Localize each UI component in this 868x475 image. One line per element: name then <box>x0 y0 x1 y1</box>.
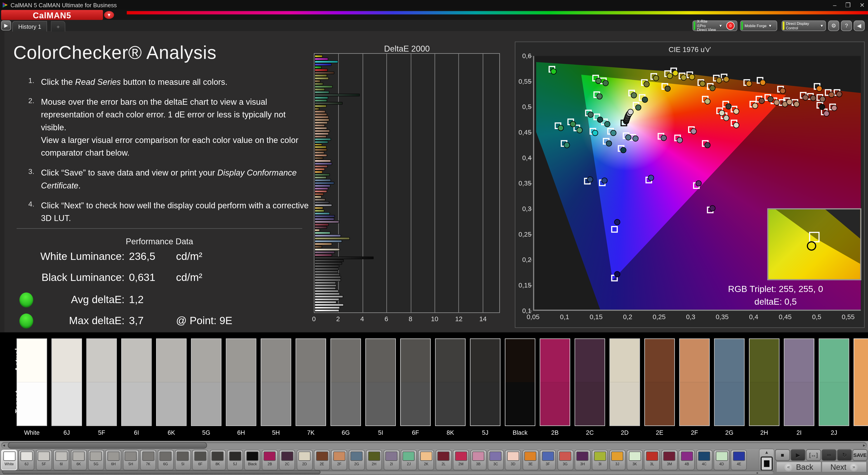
patch-button-6k[interactable]: 6K <box>70 450 87 471</box>
patch-button-2h[interactable]: 2H <box>366 450 382 471</box>
deltae-error-bar[interactable] <box>314 116 329 118</box>
patch-button-3b[interactable]: 3B <box>470 450 487 471</box>
deltae-error-bar[interactable] <box>314 138 331 141</box>
deltae-error-bar[interactable] <box>314 262 342 265</box>
patch-button-6i[interactable]: 6I <box>53 450 69 471</box>
deltae-error-bar[interactable] <box>314 209 324 212</box>
deltae-error-bar[interactable] <box>314 99 327 102</box>
comparator-swatch[interactable] <box>260 338 291 426</box>
patch-button-2k[interactable]: 2K <box>418 450 434 471</box>
comparator-swatch[interactable] <box>296 338 326 426</box>
deltae-error-bar[interactable] <box>314 176 327 179</box>
deltae-error-bar[interactable] <box>314 284 337 287</box>
scroll-up-icon[interactable]: ▲ <box>760 449 774 456</box>
deltae-error-bar[interactable] <box>314 215 335 217</box>
deltae-error-bar[interactable] <box>314 196 321 198</box>
deltae-error-bar[interactable] <box>314 68 328 71</box>
deltae-error-bar[interactable] <box>314 295 343 298</box>
deltae-error-bar[interactable] <box>314 254 332 256</box>
comparator-swatch[interactable] <box>470 338 500 426</box>
patch-button-5h[interactable]: 5H <box>123 450 139 471</box>
deltae-error-bar[interactable] <box>314 91 329 93</box>
refresh-button[interactable]: ↻ <box>837 449 852 461</box>
comparator-swatch[interactable] <box>17 338 47 426</box>
patch-button-2j[interactable]: 2J <box>401 450 417 471</box>
display-control-dropdown[interactable]: Direct Display Control ▼ <box>782 21 826 31</box>
deltae-error-bar[interactable] <box>314 127 327 129</box>
patch-button-4d[interactable]: 4D <box>714 450 730 471</box>
patch-button-6g[interactable]: 6G <box>158 450 174 471</box>
deltae-error-bar[interactable] <box>314 93 360 96</box>
settings-button[interactable]: ⚙ <box>828 21 839 31</box>
help-button[interactable]: ? <box>841 21 852 31</box>
comparator-swatch[interactable] <box>191 338 221 426</box>
calman-logo[interactable]: CalMAN5 <box>1 10 103 20</box>
deltae-error-bar[interactable] <box>314 107 319 110</box>
deltae-error-bar[interactable] <box>314 265 340 267</box>
patch-button-2c[interactable]: 2C <box>279 450 295 471</box>
patch-button-6f[interactable]: 6F <box>192 450 209 471</box>
deltae-error-bar[interactable] <box>314 273 340 276</box>
deltae-error-bar[interactable] <box>314 88 325 91</box>
comparator-swatch[interactable] <box>365 338 396 426</box>
deltae-error-bar[interactable] <box>314 281 336 284</box>
deltae-error-bar[interactable] <box>314 207 323 209</box>
deltae-error-bar[interactable] <box>314 193 324 196</box>
source-dropdown[interactable]: Mobile Forge ▼ <box>740 21 777 31</box>
scrollbar-handle[interactable] <box>2 470 320 474</box>
patch-button-3d[interactable]: 3D <box>505 450 521 471</box>
back-button[interactable]: « Back <box>776 462 822 473</box>
deltae-error-bar[interactable] <box>314 278 341 281</box>
deltae-error-bar[interactable] <box>314 77 329 80</box>
deltae-error-bar[interactable] <box>314 184 331 187</box>
patch-button-5j[interactable]: 5J <box>227 450 243 471</box>
patch-button-2i[interactable]: 2I <box>383 450 399 471</box>
deltae-error-bar[interactable] <box>314 303 344 306</box>
comparator-swatch[interactable] <box>400 338 431 426</box>
deltae-error-bar[interactable] <box>314 257 374 259</box>
patch-scrollbar-top[interactable]: ◂ ▸ <box>1 442 867 448</box>
deltae-error-bar[interactable] <box>314 226 327 229</box>
save-button[interactable]: SAVE <box>852 449 867 461</box>
patch-button-3l[interactable]: 3L <box>644 450 660 471</box>
comparator-swatch[interactable] <box>331 338 361 426</box>
next-button[interactable]: Next » <box>822 462 867 473</box>
logo-dropdown-icon[interactable]: ▼ <box>104 11 114 19</box>
patch-button-4b[interactable]: 4B <box>679 450 695 471</box>
patch-button-black[interactable]: Black <box>244 450 260 471</box>
deltae-error-bar[interactable] <box>314 162 332 165</box>
scroll-right-icon[interactable]: ▸ <box>757 470 758 474</box>
session-play-button[interactable]: ▶ <box>1 21 11 31</box>
meter-dropdown[interactable]: X-Rite i1ProDirect View ▼ 0 <box>692 21 737 31</box>
comparator-swatch[interactable] <box>435 338 466 426</box>
tab-history-1[interactable]: History 1 <box>12 21 47 32</box>
deltae-error-bar[interactable] <box>314 152 324 154</box>
deltae-error-bar[interactable] <box>314 270 338 273</box>
comparator-swatch[interactable] <box>505 338 535 426</box>
patch-window-button[interactable] <box>761 456 773 471</box>
deltae-error-bar[interactable] <box>314 102 342 105</box>
deltae-error-bar[interactable] <box>314 259 344 262</box>
deltae-error-bar[interactable] <box>314 121 328 124</box>
patch-button-2d[interactable]: 2D <box>297 450 313 471</box>
deltae-error-bar[interactable] <box>314 201 329 204</box>
deltae-error-bar[interactable] <box>314 110 326 113</box>
patch-button-2g[interactable]: 2G <box>348 450 365 471</box>
comparator-swatch[interactable] <box>819 338 849 426</box>
comparator-swatch[interactable] <box>575 338 605 426</box>
deltae-error-bar[interactable] <box>314 251 335 254</box>
patch-button-3g[interactable]: 3G <box>557 450 573 471</box>
patch-button-6j[interactable]: 6J <box>19 450 35 471</box>
deltae-error-bar[interactable] <box>314 290 339 292</box>
deltae-error-bar[interactable] <box>314 160 331 162</box>
comparator-swatch[interactable] <box>679 338 710 426</box>
patch-button-2e[interactable]: 2E <box>314 450 330 471</box>
comparator-swatch[interactable] <box>226 338 256 426</box>
comparator-swatch[interactable] <box>784 338 814 426</box>
deltae-error-bar[interactable] <box>314 105 327 107</box>
deltae-error-bar[interactable] <box>314 141 328 143</box>
comparator-swatch[interactable] <box>156 338 187 426</box>
deltae-error-bar[interactable] <box>314 212 330 215</box>
deltae-error-bar[interactable] <box>314 218 334 220</box>
comparator-swatch[interactable] <box>714 338 745 426</box>
